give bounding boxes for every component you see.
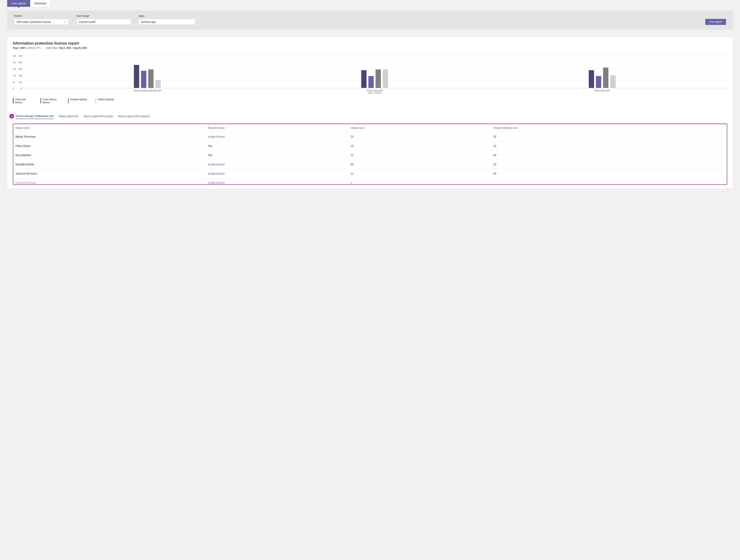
sort-down-icon: ↓ [31,127,32,129]
report-label: Report [14,14,69,17]
cell-display-name: Babak Shammas [13,132,206,141]
y-left-tick: 30k [13,55,17,57]
date-range-value-display: Aug 1, 2021 - Aug 30, 2021 [59,46,87,49]
run-report-button[interactable]: Run report [705,19,726,25]
legend-swatch [68,98,69,103]
y-left-tick: 24k [13,62,17,64]
legend-swatch [95,98,96,103]
report-meta: Aug 7, 2021 11:59 am (PT) | Date range: … [13,46,727,49]
apps-label: Apps [138,14,195,17]
col-required-license[interactable]: Required license [206,124,349,132]
bar [368,76,374,88]
col-display-name[interactable]: Display name ↓ [13,124,206,132]
bar [589,70,594,88]
date-range-select[interactable]: Current month [76,19,131,25]
sub-tab-patch[interactable]: Teams patch API [59,114,78,119]
chart-y-axes: 30k500 24k400 18k300 12k200 6k100 00 [13,55,22,88]
y-left-tick: 0 [13,88,17,90]
bar [361,70,367,88]
tab-view-reports[interactable]: View reports [7,0,30,7]
cell-attempt-count: 12 [349,150,491,160]
report-timestamp-time: 11:59 am (PT) [26,46,40,49]
cell-display-name: Krystal McKinney [13,178,206,185]
bar-group [356,70,393,88]
legend-users-with-license: Users with license [13,98,32,104]
y-right-tick: 200 [17,75,22,77]
col-display-name-label: Display name [15,127,29,129]
report-select[interactable]: Information protection license [14,19,69,25]
chart-x-labels: Teams change notification APITeams expor… [13,88,727,94]
sub-tab-change-notification[interactable]: Teams change notification API [15,113,54,119]
cell-change-sent: 10 [491,141,727,150]
table-row: Roy AppletonYes1210 [13,150,727,160]
assign-license-link[interactable]: Assign license [206,160,349,169]
legend-swatch [13,98,14,103]
bar [383,70,388,88]
bar [148,70,154,88]
x-label: Teams patch API [583,90,621,94]
top-tabs: View reports Download [7,0,733,7]
y-left-tick: 18k [13,68,17,70]
table-row: Jazmine SimmonsAssign license1110 [13,169,727,178]
sub-tab-export-teams[interactable]: Teams export APIs (teams) [118,114,150,119]
sub-tab-export-chat[interactable]: Teams export APIs (chat) [83,114,113,119]
cell-display-name: Roy Appleton [13,150,206,160]
col-change-sent[interactable]: Change notification sent [491,124,727,132]
chart-area: 30k500 24k400 18k300 12k200 6k100 00 [13,55,727,88]
legend-label: Seeded capacity [70,98,87,101]
cell-attempt-count: 13 [349,141,491,150]
y-right-tick: 0 [17,88,22,90]
assign-license-link[interactable]: Assign license [206,178,349,185]
x-label: Teams export API(chat + teams) [356,90,393,94]
bar-group [128,65,166,88]
callout-badge: 10 [9,114,14,118]
y-right-tick: 300 [17,68,22,70]
report-title: Information protection license report [13,41,727,45]
report-select-value: Information protection license [16,20,51,23]
report-card: Information protection license report Au… [7,37,733,189]
cell-display-name: Jazmine Simmons [13,169,206,178]
legend-utilized-capacity: Utilized capacity [95,98,114,104]
meta-separator: | [43,46,43,49]
bar [603,68,609,88]
bar [610,76,616,88]
table-row: Babak ShammasAssign license1210 [13,132,727,141]
cell-attempt-count: 12 [349,132,491,141]
x-label: Teams change notification API [128,90,166,94]
assign-license-link[interactable]: Assign license [206,132,349,141]
bar [141,71,146,88]
apps-select-value: Archival app [141,20,156,23]
cell-change-sent: 10 [491,160,727,169]
cell-change-sent: 10 [491,150,727,160]
tab-download[interactable]: Download [30,0,50,7]
cell-attempt-count: 11 [349,169,491,178]
cell-required-license: Yes [206,150,349,160]
date-range-prefix: Date range: [46,46,58,49]
cell-required-license: Yes [206,141,349,150]
legend-label: Utilized capacity [98,98,114,101]
legend-label: Users without license [43,98,60,104]
legend-users-without-license: Users without license [40,98,60,104]
y-left-tick: 6k [13,81,17,83]
col-attempt-count[interactable]: Attempt count [349,124,491,132]
date-range-label: Date range [76,14,131,17]
cell-change-sent: 10 [491,169,727,178]
bar [134,65,139,88]
cell-attempt-count: 4 [349,178,491,185]
y-left-tick: 12k [13,75,17,77]
license-table: Display name ↓ Required license Attempt … [13,124,727,185]
chart-legend: Users with license Users without license… [13,98,727,104]
y-right-tick: 500 [17,55,22,57]
filter-bar: Report Information protection license Da… [7,11,733,30]
date-range-value: Current month [79,20,96,23]
bar [596,76,601,88]
chevron-down-icon [64,20,66,23]
assign-license-link[interactable]: Assign license [206,169,349,178]
legend-swatch [40,98,41,103]
chart-plot [22,55,727,88]
bar-group [583,68,621,88]
y-right-tick: 400 [17,62,22,64]
legend-seeded-capacity: Seeded capacity [68,98,87,104]
apps-select[interactable]: Archival app [138,19,195,25]
table-row: Hilary ReyesYes1310 [13,141,727,150]
